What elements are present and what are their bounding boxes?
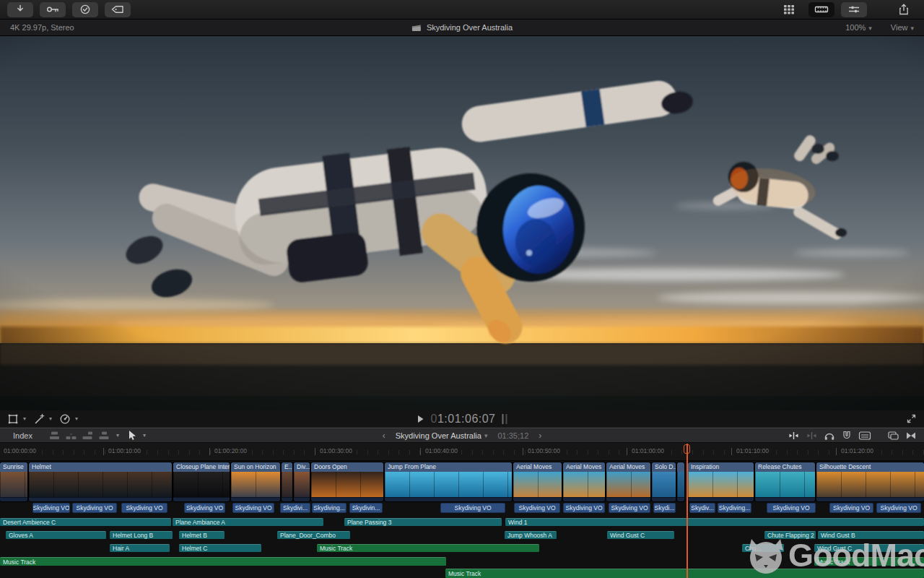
browser-grid-button[interactable] <box>776 2 802 17</box>
audio-clip[interactable]: Hair A <box>110 544 170 552</box>
video-clip[interactable]: Aerial Moves <box>563 462 605 501</box>
clip-appearance-icon[interactable] <box>858 431 871 441</box>
voiceover-clip[interactable]: Skydiving VO <box>121 503 167 513</box>
video-clip[interactable]: Silhouette Descent <box>816 462 924 501</box>
video-clip[interactable]: Release Chutes <box>755 462 815 501</box>
audio-clip[interactable]: Helmet B <box>179 531 225 539</box>
import-icon <box>14 4 27 14</box>
overwrite-edit-icon[interactable] <box>98 431 110 441</box>
viewer-zoom-menu[interactable]: 100%▾ <box>845 23 872 32</box>
timeline-ruler[interactable]: 01:00:00:0001:00:10:0001:00:20:0001:00:3… <box>0 443 924 461</box>
ruler-minor-tick <box>304 450 305 454</box>
chevron-down-icon: ▾ <box>484 432 488 439</box>
chevron-down-icon[interactable]: ▾ <box>75 415 78 422</box>
check-button[interactable] <box>72 2 98 17</box>
chevron-down-icon[interactable]: ▾ <box>23 415 26 422</box>
chevron-down-icon[interactable]: ▾ <box>143 432 146 439</box>
audio-clip[interactable]: Plane Passing 3 <box>344 518 502 526</box>
video-clip[interactable]: Div... <box>294 462 310 501</box>
timeline-forward-button[interactable]: › <box>539 431 541 441</box>
voiceover-clip[interactable]: Skydiving VO <box>563 503 605 513</box>
audio-clip[interactable]: Music Track <box>317 544 539 552</box>
fullscreen-icon[interactable] <box>906 413 917 424</box>
video-clip[interactable]: Jump From Plane <box>385 462 512 501</box>
keyword-button[interactable] <box>40 2 66 17</box>
audio-clip[interactable]: Gloves A <box>6 531 106 539</box>
voiceover-clip[interactable]: Skydiving VO <box>876 503 921 513</box>
playhead-line[interactable] <box>687 444 688 578</box>
audio-clip[interactable]: Helmet Long B <box>110 531 173 539</box>
audio-clip[interactable]: Desert Ambience C <box>0 518 171 526</box>
video-clip-title: Aerial Moves <box>563 462 605 472</box>
timeline-index-icon[interactable] <box>887 431 899 441</box>
viewer-view-menu[interactable]: View▾ <box>891 23 914 32</box>
snapping-icon[interactable] <box>841 431 853 441</box>
timeline-back-button[interactable]: ‹ <box>383 431 385 441</box>
insert-edit-icon[interactable] <box>65 431 77 441</box>
voiceover-clip[interactable]: Skydivin... <box>349 503 383 513</box>
audio-clip[interactable]: Music Track <box>0 557 446 566</box>
audio-clip[interactable]: Jump Whoosh A <box>505 531 557 539</box>
video-clip[interactable]: Doors Open <box>311 462 383 501</box>
video-clip[interactable] <box>677 462 684 501</box>
import-button[interactable] <box>7 2 33 17</box>
video-clip-thumbnails <box>563 472 605 497</box>
index-button[interactable]: Index <box>13 431 32 440</box>
transform-tool-icon[interactable] <box>7 413 19 425</box>
voiceover-clip[interactable]: Skydi... <box>653 503 676 513</box>
audio-clip[interactable]: Plane Ambiance A <box>173 518 323 526</box>
timeline-project-menu[interactable]: Skydiving Over Australia▾ <box>396 431 488 440</box>
voiceover-clip[interactable]: Skydiving... <box>312 503 346 513</box>
filmstrip-view-button[interactable] <box>808 2 834 17</box>
voiceover-clip[interactable]: Skydiving VO <box>184 503 225 513</box>
chevron-down-icon[interactable]: ▾ <box>116 432 119 439</box>
video-clip[interactable]: Closeup Plane Interior <box>173 462 230 501</box>
voiceover-clip[interactable]: Skydiving VO <box>72 503 117 513</box>
video-clip[interactable]: E... <box>282 462 292 501</box>
ruler-minor-tick <box>95 450 95 454</box>
ruler-minor-tick <box>398 450 399 454</box>
color-correction-icon[interactable] <box>59 413 71 425</box>
voiceover-clip[interactable]: Skydiving VO <box>514 503 560 513</box>
video-clip-title: Div... <box>294 462 310 472</box>
audio-clip[interactable]: Wind Gust C <box>607 531 674 539</box>
audio-meters <box>502 414 507 424</box>
voiceover-clip[interactable]: Skydiving VO <box>440 503 505 513</box>
skimming-icon[interactable] <box>788 431 800 441</box>
solo-icon[interactable] <box>824 431 835 441</box>
video-clip[interactable]: Sunrise <box>0 462 27 501</box>
voiceover-clip[interactable]: Skydiving VO <box>767 503 816 513</box>
voiceover-clip[interactable]: Skydiving VO <box>32 503 70 513</box>
transitions-icon[interactable] <box>905 431 917 441</box>
chevron-down-icon: ▾ <box>868 25 872 32</box>
timecode-display[interactable]: 01:01:06:07 <box>430 413 495 426</box>
inspector-button[interactable] <box>841 2 867 17</box>
audio-skimming-icon[interactable] <box>806 431 818 441</box>
chevron-down-icon[interactable]: ▾ <box>49 415 52 422</box>
ruler-major-tick <box>103 448 104 455</box>
video-clip[interactable]: Aerial Moves <box>513 462 562 501</box>
audio-clip[interactable]: Helmet C <box>179 544 261 552</box>
video-clip[interactable]: Aerial Moves <box>606 462 650 501</box>
play-button[interactable] <box>417 415 424 423</box>
select-tool-icon[interactable] <box>128 430 137 441</box>
connect-edit-icon[interactable] <box>48 431 61 441</box>
playhead-marker[interactable] <box>684 444 690 454</box>
voiceover-clip[interactable]: Skydiving... <box>718 503 751 513</box>
voiceover-clip[interactable]: Skydiving VO <box>232 503 274 513</box>
voiceover-clip[interactable]: Skydiv... <box>689 503 715 513</box>
share-button[interactable] <box>891 2 917 17</box>
voiceover-clip[interactable]: Skydiving VO <box>829 503 873 513</box>
effects-wand-icon[interactable] <box>33 413 45 425</box>
voiceover-clip[interactable]: Skydivi... <box>280 503 310 513</box>
audio-clip[interactable]: Wind 1 <box>505 518 924 526</box>
video-clip[interactable]: Helmet <box>29 462 172 501</box>
ruler-minor-tick <box>189 450 190 454</box>
append-edit-icon[interactable] <box>82 431 94 441</box>
audio-clip[interactable]: Plane_Door_Combo <box>277 531 350 539</box>
tag-button[interactable] <box>105 2 131 17</box>
video-clip[interactable]: Solo D... <box>652 462 676 501</box>
video-clip[interactable]: Sun on Horizon <box>231 462 280 501</box>
video-clip[interactable]: Inspiration <box>688 462 754 501</box>
voiceover-clip[interactable]: Skydiving VO <box>609 503 650 513</box>
